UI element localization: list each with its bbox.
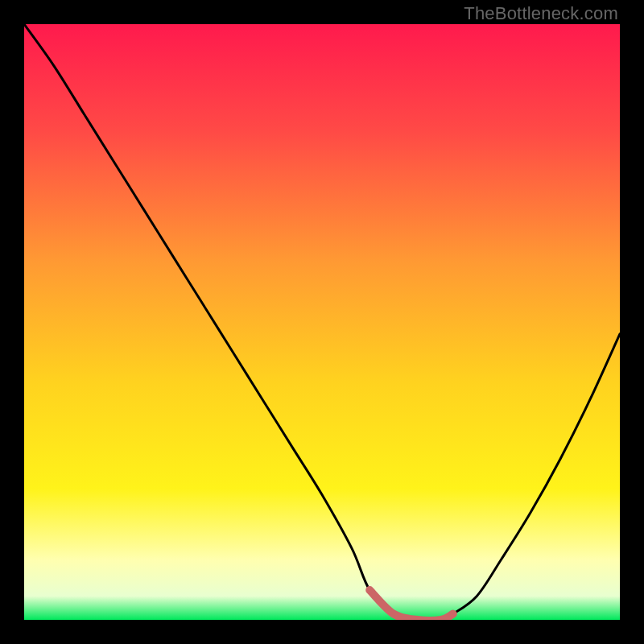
plot-area [24,24,620,620]
curve-layer [24,24,620,620]
bottleneck-curve [24,24,620,620]
chart-frame: TheBottleneck.com [0,0,644,644]
watermark-text: TheBottleneck.com [464,3,618,24]
minimum-highlight [369,590,453,620]
